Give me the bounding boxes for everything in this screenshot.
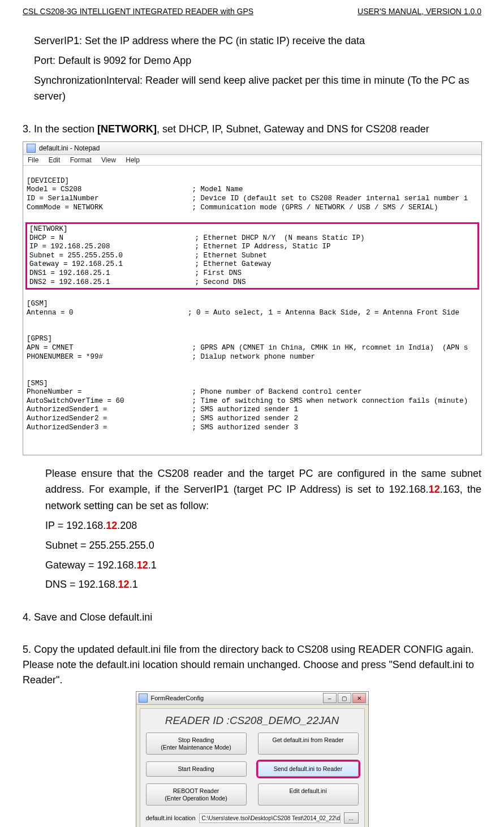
notepad-content: [DEVICEID] Model = CS208 ; Model Name ID… bbox=[23, 166, 481, 454]
step-3: 3. In the section [NETWORK], set DHCP, I… bbox=[23, 122, 481, 137]
stop-reading-button[interactable]: Stop Reading (Enter Maintenance Mode) bbox=[146, 733, 247, 755]
ini-gprs: [GPRS] APN = CMNET ; GPRS APN (CMNET in … bbox=[27, 335, 478, 361]
maximize-button[interactable]: ▢ bbox=[338, 693, 351, 703]
step3-post: , set DHCP, IP, Subnet, Gateway and DNS … bbox=[157, 123, 429, 135]
ini-deviceid: [DEVICEID] Model = CS208 ; Model Name ID… bbox=[27, 177, 478, 213]
explain-dns-pre: DNS = 192.168. bbox=[45, 579, 118, 590]
explain-subnet: Subnet = 255.255.255.0 bbox=[45, 537, 481, 554]
menu-view[interactable]: View bbox=[101, 156, 116, 164]
def-serverip1: ServerIP1: Set the IP address where the … bbox=[34, 33, 481, 49]
dialog-title: FormReaderConfig bbox=[151, 695, 204, 701]
explain-gw-red: 12 bbox=[137, 559, 148, 571]
step3-pre: 3. In the section bbox=[23, 123, 97, 135]
explain-ip-post: .208 bbox=[117, 520, 137, 531]
step3-bold: [NETWORK] bbox=[97, 123, 157, 135]
start-reading-button[interactable]: Start Reading bbox=[146, 761, 247, 777]
explain-ip: IP = 192.168.12.208 bbox=[45, 518, 481, 534]
explain-gw-post: .1 bbox=[148, 559, 157, 571]
ini-gsm: [GSM] Antenna = 0 ; 0 = Auto select, 1 =… bbox=[27, 300, 478, 317]
header-right: USER'S MANUAL, VERSION 1.0.0 bbox=[357, 7, 481, 16]
page-header: CSL CS208-3G INTELLIGENT INTEGRATED READ… bbox=[23, 7, 481, 16]
explain-ip-red: 12 bbox=[106, 520, 117, 531]
menu-format[interactable]: Format bbox=[70, 156, 92, 164]
menu-file[interactable]: File bbox=[28, 156, 38, 164]
explain-ip-pre: IP = 192.168. bbox=[45, 520, 106, 531]
location-label: default.ini location bbox=[146, 815, 196, 821]
header-left: CSL CS208-3G INTELLIGENT INTEGRATED READ… bbox=[23, 7, 253, 16]
send-default-ini-button[interactable]: Send default.ini to Reader bbox=[258, 761, 359, 777]
notepad-menubar[interactable]: File Edit Format View Help bbox=[23, 155, 481, 166]
reboot-reader-button[interactable]: REBOOT Reader (Enter Operation Mode) bbox=[146, 783, 247, 806]
explain-gateway: Gateway = 192.168.12.1 bbox=[45, 557, 481, 574]
notepad-icon bbox=[27, 144, 36, 153]
dialog-icon bbox=[139, 694, 148, 703]
explain-p1-pre: Please ensure that the CS208 reader and … bbox=[45, 468, 481, 496]
def-sync: SynchronizationInterval: Reader will sen… bbox=[34, 72, 481, 105]
notepad-titlebar: default.ini - Notepad bbox=[23, 142, 481, 155]
reader-config-dialog: FormReaderConfig – ▢ ✕ READER ID :CS208_… bbox=[136, 691, 369, 827]
step-4: 4. Save and Close default.ini bbox=[23, 610, 481, 625]
explain-dns-red: 12 bbox=[118, 579, 130, 590]
reader-id-label: READER ID :CS208_DEMO_22JAN bbox=[146, 714, 359, 727]
minimize-button[interactable]: – bbox=[323, 693, 337, 703]
dialog-titlebar: FormReaderConfig – ▢ ✕ bbox=[136, 692, 368, 705]
explain-dns: DNS = 192.168.12.1 bbox=[45, 576, 481, 593]
menu-help[interactable]: Help bbox=[126, 156, 140, 164]
close-button[interactable]: ✕ bbox=[352, 693, 366, 703]
def-port: Port: Default is 9092 for Demo App bbox=[34, 53, 481, 69]
notepad-window: default.ini - Notepad File Edit Format V… bbox=[23, 141, 482, 455]
menu-edit[interactable]: Edit bbox=[49, 156, 61, 164]
edit-default-ini-button[interactable]: Edit default.ini bbox=[258, 783, 359, 806]
location-input[interactable]: C:\Users\steve.tsoi\Desktop\CS208 Test\2… bbox=[199, 813, 341, 823]
get-default-ini-button[interactable]: Get default.ini from Reader bbox=[258, 733, 359, 755]
notepad-title-text: default.ini - Notepad bbox=[39, 144, 100, 152]
ini-sms: [SMS] PhoneNumber = ; Phone number of Ba… bbox=[27, 380, 478, 433]
explain-p1: Please ensure that the CS208 reader and … bbox=[45, 466, 481, 514]
browse-button[interactable]: ... bbox=[344, 812, 359, 824]
explain-p1-red: 12 bbox=[429, 484, 440, 495]
ini-network-highlight: [NETWORK] DHCP = N ; Ethernet DHCP N/Y (… bbox=[25, 222, 479, 290]
explain-dns-post: .1 bbox=[130, 579, 138, 590]
explain-gw-pre: Gateway = 192.168. bbox=[45, 559, 137, 571]
step-5: 5. Copy the updated default.ini file fro… bbox=[23, 642, 481, 688]
